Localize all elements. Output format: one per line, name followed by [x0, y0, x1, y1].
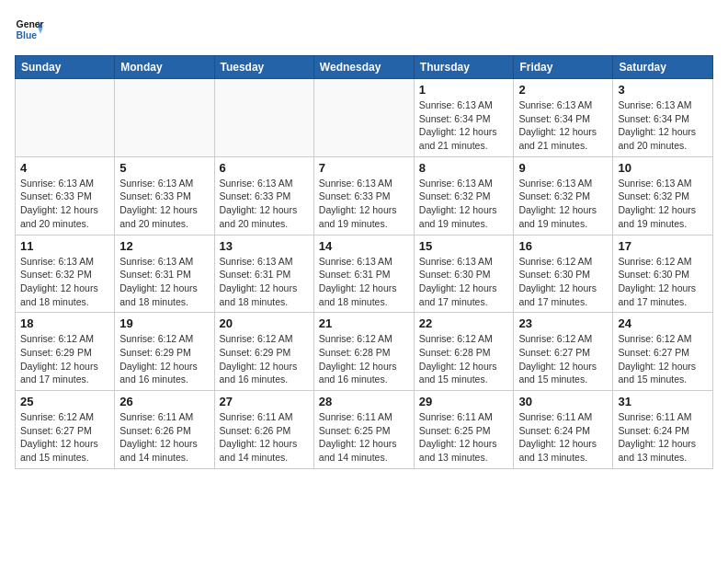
day-info: Sunrise: 6:13 AM Sunset: 6:32 PM Dayligh… — [419, 177, 509, 231]
calendar-day-cell — [115, 79, 214, 157]
day-info: Sunrise: 6:12 AM Sunset: 6:27 PM Dayligh… — [518, 332, 608, 386]
calendar-day-cell: 16Sunrise: 6:12 AM Sunset: 6:30 PM Dayli… — [514, 235, 613, 313]
day-number: 26 — [119, 395, 209, 408]
svg-marker-3 — [39, 28, 43, 33]
day-info: Sunrise: 6:12 AM Sunset: 6:27 PM Dayligh… — [20, 410, 109, 465]
calendar-day-cell: 3Sunrise: 6:13 AM Sunset: 6:34 PM Daylig… — [613, 79, 713, 157]
day-number: 8 — [419, 161, 509, 175]
day-number: 22 — [419, 316, 509, 330]
day-info: Sunrise: 6:12 AM Sunset: 6:29 PM Dayligh… — [20, 332, 109, 386]
day-header-sunday: Sunday — [16, 56, 115, 79]
calendar-table: SundayMondayTuesdayWednesdayThursdayFrid… — [15, 55, 713, 469]
day-header-saturday: Saturday — [613, 56, 713, 79]
calendar-day-cell — [16, 79, 115, 157]
day-number: 15 — [419, 239, 509, 253]
calendar-day-cell: 29Sunrise: 6:11 AM Sunset: 6:25 PM Dayli… — [414, 391, 514, 469]
calendar-day-cell: 24Sunrise: 6:12 AM Sunset: 6:27 PM Dayli… — [613, 313, 713, 391]
day-number: 21 — [319, 316, 409, 330]
calendar-header-row: SundayMondayTuesdayWednesdayThursdayFrid… — [16, 56, 713, 79]
calendar-day-cell: 9Sunrise: 6:13 AM Sunset: 6:32 PM Daylig… — [514, 156, 613, 235]
day-info: Sunrise: 6:12 AM Sunset: 6:28 PM Dayligh… — [419, 332, 509, 386]
calendar-day-cell: 20Sunrise: 6:12 AM Sunset: 6:29 PM Dayli… — [214, 313, 313, 391]
day-info: Sunrise: 6:11 AM Sunset: 6:24 PM Dayligh… — [518, 410, 608, 465]
day-info: Sunrise: 6:12 AM Sunset: 6:28 PM Dayligh… — [319, 332, 409, 386]
day-number: 9 — [518, 161, 608, 175]
day-info: Sunrise: 6:11 AM Sunset: 6:25 PM Dayligh… — [419, 410, 509, 465]
day-number: 1 — [419, 83, 509, 97]
calendar-day-cell: 22Sunrise: 6:12 AM Sunset: 6:28 PM Dayli… — [414, 313, 514, 391]
logo-icon: General Blue — [15, 15, 44, 44]
calendar-day-cell: 19Sunrise: 6:12 AM Sunset: 6:29 PM Dayli… — [115, 313, 214, 391]
day-number: 31 — [618, 395, 708, 408]
calendar-day-cell — [214, 79, 313, 157]
calendar-day-cell: 12Sunrise: 6:13 AM Sunset: 6:31 PM Dayli… — [115, 235, 214, 313]
day-info: Sunrise: 6:11 AM Sunset: 6:25 PM Dayligh… — [319, 410, 409, 465]
calendar-week-row: 18Sunrise: 6:12 AM Sunset: 6:29 PM Dayli… — [16, 313, 713, 391]
day-number: 29 — [419, 395, 509, 408]
calendar-day-cell: 26Sunrise: 6:11 AM Sunset: 6:26 PM Dayli… — [115, 391, 214, 469]
page-header: General Blue — [15, 15, 713, 44]
calendar-day-cell: 1Sunrise: 6:13 AM Sunset: 6:34 PM Daylig… — [414, 79, 514, 157]
day-info: Sunrise: 6:13 AM Sunset: 6:31 PM Dayligh… — [319, 255, 409, 309]
day-info: Sunrise: 6:11 AM Sunset: 6:24 PM Dayligh… — [618, 410, 708, 465]
day-info: Sunrise: 6:13 AM Sunset: 6:33 PM Dayligh… — [319, 177, 409, 231]
calendar-day-cell: 5Sunrise: 6:13 AM Sunset: 6:33 PM Daylig… — [115, 156, 214, 235]
day-info: Sunrise: 6:13 AM Sunset: 6:33 PM Dayligh… — [220, 177, 309, 231]
calendar-day-cell: 15Sunrise: 6:13 AM Sunset: 6:30 PM Dayli… — [414, 235, 514, 313]
day-number: 25 — [20, 395, 109, 408]
calendar-week-row: 4Sunrise: 6:13 AM Sunset: 6:33 PM Daylig… — [16, 156, 713, 235]
day-number: 12 — [119, 239, 209, 253]
day-info: Sunrise: 6:11 AM Sunset: 6:26 PM Dayligh… — [119, 410, 209, 465]
svg-text:Blue: Blue — [17, 30, 38, 40]
day-info: Sunrise: 6:12 AM Sunset: 6:27 PM Dayligh… — [618, 332, 708, 386]
calendar-day-cell: 28Sunrise: 6:11 AM Sunset: 6:25 PM Dayli… — [313, 391, 414, 469]
day-info: Sunrise: 6:13 AM Sunset: 6:33 PM Dayligh… — [119, 177, 209, 231]
logo: General Blue — [15, 15, 44, 44]
day-number: 23 — [518, 316, 608, 330]
calendar-day-cell: 25Sunrise: 6:12 AM Sunset: 6:27 PM Dayli… — [16, 391, 115, 469]
day-number: 30 — [518, 395, 608, 408]
day-info: Sunrise: 6:12 AM Sunset: 6:29 PM Dayligh… — [220, 332, 309, 386]
day-info: Sunrise: 6:12 AM Sunset: 6:29 PM Dayligh… — [119, 332, 209, 386]
calendar-week-row: 1Sunrise: 6:13 AM Sunset: 6:34 PM Daylig… — [16, 79, 713, 157]
calendar-day-cell — [313, 79, 414, 157]
calendar-day-cell: 14Sunrise: 6:13 AM Sunset: 6:31 PM Dayli… — [313, 235, 414, 313]
calendar-day-cell: 13Sunrise: 6:13 AM Sunset: 6:31 PM Dayli… — [214, 235, 313, 313]
day-info: Sunrise: 6:13 AM Sunset: 6:34 PM Dayligh… — [419, 98, 509, 153]
day-header-monday: Monday — [115, 56, 214, 79]
day-header-wednesday: Wednesday — [313, 56, 414, 79]
day-info: Sunrise: 6:13 AM Sunset: 6:31 PM Dayligh… — [220, 255, 309, 309]
day-info: Sunrise: 6:13 AM Sunset: 6:32 PM Dayligh… — [20, 255, 109, 309]
day-number: 27 — [220, 395, 309, 408]
day-info: Sunrise: 6:13 AM Sunset: 6:30 PM Dayligh… — [419, 255, 509, 309]
calendar-day-cell: 17Sunrise: 6:12 AM Sunset: 6:30 PM Dayli… — [613, 235, 713, 313]
day-number: 16 — [518, 239, 608, 253]
calendar-day-cell: 6Sunrise: 6:13 AM Sunset: 6:33 PM Daylig… — [214, 156, 313, 235]
calendar-day-cell: 30Sunrise: 6:11 AM Sunset: 6:24 PM Dayli… — [514, 391, 613, 469]
day-info: Sunrise: 6:13 AM Sunset: 6:31 PM Dayligh… — [119, 255, 209, 309]
day-number: 28 — [319, 395, 409, 408]
day-info: Sunrise: 6:11 AM Sunset: 6:26 PM Dayligh… — [220, 410, 309, 465]
day-info: Sunrise: 6:12 AM Sunset: 6:30 PM Dayligh… — [618, 255, 708, 309]
day-header-thursday: Thursday — [414, 56, 514, 79]
day-number: 20 — [220, 316, 309, 330]
day-info: Sunrise: 6:13 AM Sunset: 6:32 PM Dayligh… — [518, 177, 608, 231]
day-info: Sunrise: 6:12 AM Sunset: 6:30 PM Dayligh… — [518, 255, 608, 309]
calendar-day-cell: 4Sunrise: 6:13 AM Sunset: 6:33 PM Daylig… — [16, 156, 115, 235]
day-number: 5 — [119, 161, 209, 175]
calendar-day-cell: 27Sunrise: 6:11 AM Sunset: 6:26 PM Dayli… — [214, 391, 313, 469]
day-header-friday: Friday — [514, 56, 613, 79]
day-number: 7 — [319, 161, 409, 175]
calendar-day-cell: 10Sunrise: 6:13 AM Sunset: 6:32 PM Dayli… — [613, 156, 713, 235]
day-number: 13 — [220, 239, 309, 253]
day-info: Sunrise: 6:13 AM Sunset: 6:33 PM Dayligh… — [20, 177, 109, 231]
calendar-day-cell: 31Sunrise: 6:11 AM Sunset: 6:24 PM Dayli… — [613, 391, 713, 469]
day-number: 11 — [20, 239, 109, 253]
day-number: 19 — [119, 316, 209, 330]
day-number: 6 — [220, 161, 309, 175]
day-number: 10 — [618, 161, 708, 175]
calendar-day-cell: 11Sunrise: 6:13 AM Sunset: 6:32 PM Dayli… — [16, 235, 115, 313]
day-number: 18 — [20, 316, 109, 330]
calendar-day-cell: 21Sunrise: 6:12 AM Sunset: 6:28 PM Dayli… — [313, 313, 414, 391]
day-info: Sunrise: 6:13 AM Sunset: 6:34 PM Dayligh… — [518, 98, 608, 153]
